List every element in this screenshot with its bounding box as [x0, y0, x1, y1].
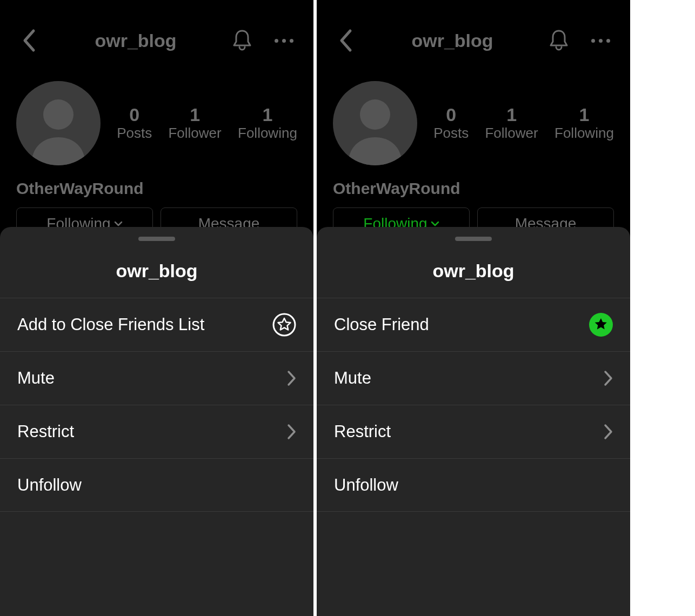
- stat-posts[interactable]: 0 Posts: [433, 105, 469, 142]
- stat-count: 1: [485, 105, 538, 125]
- profile-summary: 0 Posts 1 Follower 1 Following: [317, 81, 630, 165]
- sheet-row-label: Close Friend: [334, 315, 429, 334]
- star-solid-icon: [589, 313, 613, 337]
- notifications-button[interactable]: [229, 28, 255, 53]
- profile-display-name: OtherWayRound: [317, 165, 630, 207]
- stat-label: Follower: [485, 125, 538, 142]
- chevron-left-icon: [22, 29, 37, 52]
- chevron-right-icon: [286, 424, 296, 440]
- sheet-row-close-friend[interactable]: Close Friend: [317, 298, 630, 351]
- sheet-row-unfollow[interactable]: Unfollow: [317, 458, 630, 512]
- stat-count: 1: [554, 105, 614, 125]
- avatar-placeholder-icon: [333, 81, 417, 165]
- stat-posts[interactable]: 0 Posts: [117, 105, 152, 142]
- sheet-row-label: Mute: [334, 369, 371, 388]
- profile-header: owr_blog: [317, 0, 630, 81]
- stat-count: 1: [238, 105, 297, 125]
- chevron-right-icon: [603, 370, 613, 386]
- more-dots-icon: [591, 39, 610, 43]
- sheet-list: Close Friend Mute Restrict: [317, 298, 630, 512]
- stat-following[interactable]: 1 Following: [554, 105, 614, 142]
- stage: owr_blog 0 Posts 1 F: [0, 0, 695, 616]
- sheet-title: owr_blog: [0, 241, 313, 298]
- sheet-list: Add to Close Friends List Mute Restrict: [0, 298, 313, 512]
- sheet-row-mute[interactable]: Mute: [317, 351, 630, 405]
- bell-icon: [548, 29, 570, 52]
- sheet-row-label: Unfollow: [17, 476, 82, 495]
- avatar[interactable]: [333, 81, 417, 165]
- chevron-left-icon: [338, 29, 353, 52]
- stat-count: 0: [117, 105, 152, 125]
- sheet-row-label: Restrict: [17, 422, 74, 441]
- phone-right: owr_blog 0 Posts 1 F: [317, 0, 630, 616]
- chevron-right-icon: [286, 370, 296, 386]
- sheet-grabber[interactable]: [138, 237, 175, 241]
- sheet-row-restrict[interactable]: Restrict: [317, 405, 630, 458]
- sheet-title: owr_blog: [317, 241, 630, 298]
- svg-point-1: [273, 314, 295, 336]
- back-button[interactable]: [16, 28, 42, 53]
- sheet-row-label: Unfollow: [334, 476, 398, 495]
- star-outline-icon: [272, 313, 296, 337]
- stat-count: 1: [168, 105, 221, 125]
- avatar-placeholder-icon: [16, 81, 101, 165]
- sheet-row-label: Restrict: [334, 422, 391, 441]
- stat-label: Follower: [168, 125, 221, 142]
- profile-header: owr_blog: [0, 0, 313, 81]
- notifications-button[interactable]: [546, 28, 572, 53]
- stat-label: Following: [238, 125, 297, 142]
- svg-point-0: [43, 99, 73, 130]
- sheet-row-close-friends[interactable]: Add to Close Friends List: [0, 298, 313, 351]
- more-options-button[interactable]: [271, 28, 297, 53]
- stat-followers[interactable]: 1 Follower: [168, 105, 221, 142]
- sheet-row-mute[interactable]: Mute: [0, 351, 313, 405]
- profile-display-name: OtherWayRound: [0, 165, 313, 207]
- stat-followers[interactable]: 1 Follower: [485, 105, 538, 142]
- stat-following[interactable]: 1 Following: [238, 105, 297, 142]
- bell-icon: [231, 29, 253, 52]
- sheet-row-label: Add to Close Friends List: [17, 315, 204, 334]
- more-dots-icon: [275, 39, 293, 43]
- profile-summary: 0 Posts 1 Follower 1 Following: [0, 81, 313, 165]
- stat-label: Posts: [433, 125, 469, 142]
- sheet-row-label: Mute: [17, 369, 55, 388]
- phone-left: owr_blog 0 Posts 1 F: [0, 0, 313, 616]
- profile-stats: 0 Posts 1 Follower 1 Following: [433, 105, 614, 142]
- stat-label: Posts: [117, 125, 152, 142]
- header-username: owr_blog: [95, 30, 176, 51]
- more-options-button[interactable]: [588, 28, 614, 53]
- following-sheet: owr_blog Add to Close Friends List Mute …: [0, 227, 313, 616]
- header-username: owr_blog: [411, 30, 493, 51]
- sheet-grabber[interactable]: [455, 237, 492, 241]
- avatar[interactable]: [16, 81, 101, 165]
- sheet-row-restrict[interactable]: Restrict: [0, 405, 313, 458]
- profile-stats: 0 Posts 1 Follower 1 Following: [117, 105, 297, 142]
- following-sheet: owr_blog Close Friend Mute: [317, 227, 630, 616]
- stat-label: Following: [554, 125, 614, 142]
- sheet-row-unfollow[interactable]: Unfollow: [0, 458, 313, 512]
- svg-point-2: [360, 99, 390, 130]
- back-button[interactable]: [333, 28, 359, 53]
- stat-count: 0: [433, 105, 469, 125]
- chevron-right-icon: [603, 424, 613, 440]
